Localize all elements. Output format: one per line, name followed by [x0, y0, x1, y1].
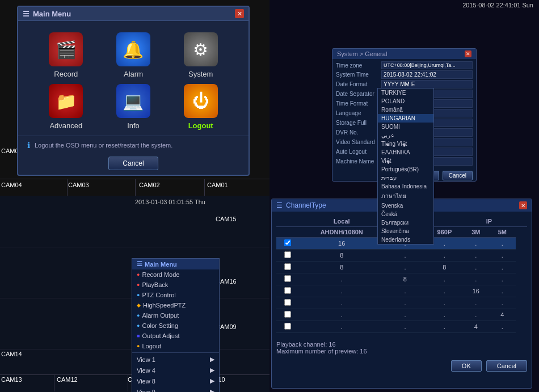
sys-key-timefmt: Time Format: [336, 100, 381, 107]
ch-cell: .: [489, 285, 516, 297]
ch-cell: 8: [300, 262, 384, 273]
ctx-record-mode[interactable]: ● Record Mode: [132, 269, 219, 280]
cam-label-04: CAM04: [1, 182, 22, 188]
ch-th-empty: [276, 216, 300, 227]
ch-th-empty4: [516, 216, 527, 227]
menu-item-record[interactable]: 🎬 Record: [35, 32, 97, 78]
lang-option-svenska[interactable]: Svenska: [378, 201, 433, 210]
lang-option-hungarian[interactable]: HUNGARIAN: [378, 114, 433, 123]
ch-row-checkbox[interactable]: [284, 299, 291, 306]
alarm-label: Alarm: [124, 70, 143, 78]
ch-cell: .: [384, 250, 427, 262]
ch-cell: .: [426, 297, 462, 309]
lang-option-romana[interactable]: Română: [378, 106, 433, 114]
record-mode-dot: ●: [137, 272, 140, 277]
ch-cell: .: [300, 321, 384, 333]
ch-cell: .: [463, 250, 490, 262]
sys-key-videostandard: Video Standard: [336, 139, 381, 145]
sys-val-dateformat[interactable]: YYYY MM E: [381, 80, 473, 88]
ch-row-checkbox[interactable]: [284, 275, 291, 282]
ctx-color-setting[interactable]: ● Color Setting: [132, 321, 219, 331]
ch-cell: .: [489, 273, 516, 285]
ch-cell: .: [489, 321, 516, 333]
ch-row-checkbox[interactable]: [284, 287, 291, 294]
ch-cell: .: [489, 297, 516, 309]
ctx-view8[interactable]: View 8 ▶: [132, 376, 219, 386]
ctx-playback[interactable]: ● PlayBack: [132, 280, 219, 290]
sys-val-timezone[interactable]: UTC+08:00[Beijing,Urumqi,Ta...: [381, 61, 473, 69]
menu-item-advanced[interactable]: 📁 Advanced: [35, 84, 97, 130]
ch-row-checkbox[interactable]: [284, 239, 291, 246]
lang-option-bulgarian[interactable]: Български: [378, 218, 433, 227]
lang-option-dutch[interactable]: Nederlands: [378, 235, 433, 244]
sys-cancel-button[interactable]: Cancel: [443, 171, 473, 180]
lang-option-bahasa[interactable]: Bahasa Indonesia: [378, 182, 433, 191]
info-label: Info: [127, 121, 140, 130]
ctx-view9[interactable]: View 9 ▶: [132, 386, 219, 392]
lang-option-ceska[interactable]: Česká: [378, 210, 433, 218]
channel-type-ok-button[interactable]: OK: [451, 360, 482, 372]
logout-label: Logout: [188, 121, 213, 130]
ch-th-ahdnh: AHDNH/1080N: [300, 227, 384, 238]
lang-option-greek[interactable]: ΕΛΛΗΝΙΚΑ: [378, 148, 433, 157]
ch-cell: .: [463, 297, 490, 309]
ctx-view4[interactable]: View 4 ▶: [132, 365, 219, 376]
ch-row-checkbox[interactable]: [284, 263, 291, 270]
cam-label-15: CAM15: [216, 216, 237, 222]
ch-row-checkbox[interactable]: [284, 311, 291, 318]
lang-option-slovenian[interactable]: Slovenčina: [378, 227, 433, 235]
ch-row-checkbox[interactable]: [284, 323, 291, 330]
lang-option-tieng[interactable]: Tiếng Việt: [378, 140, 433, 148]
menu-item-info[interactable]: 💻 Info: [103, 84, 165, 130]
ch-cell: 8: [300, 250, 384, 262]
lang-option-portuguese-br[interactable]: Português(BR): [378, 165, 433, 174]
ctx-alarm-output[interactable]: ● Alarm Output: [132, 310, 219, 321]
ch-table-row: ....4: [276, 309, 527, 321]
channel-type-close-button[interactable]: ✕: [519, 201, 527, 209]
lang-option-viet[interactable]: Việt: [378, 157, 433, 165]
cam-label-13: CAM13: [1, 376, 22, 383]
ctx-menu-title: ☰ Main Menu: [132, 259, 219, 269]
main-menu-close-button[interactable]: ✕: [235, 9, 244, 18]
ch-cell: 4: [463, 321, 490, 333]
ctx-output-adjust[interactable]: ■ Output Adjust: [132, 331, 219, 341]
alarm-icon: 🔔: [116, 32, 150, 66]
ch-cell: .: [463, 309, 490, 321]
record-icon: 🎬: [49, 32, 83, 66]
ctx-highspeed-ptz[interactable]: ◆ HighSpeedPTZ: [132, 300, 219, 310]
ch-row-checkbox[interactable]: [284, 251, 291, 258]
language-dropdown[interactable]: TURKIYE POLAND Română HUNGARIAN SUOMI عر…: [377, 88, 434, 245]
ctx-logout-label: Logout: [142, 343, 161, 349]
ctx-menu-title-text: Main Menu: [145, 261, 177, 268]
menu-item-system[interactable]: ⚙ System: [170, 32, 231, 78]
ch-table-row: .....: [276, 297, 527, 309]
ch-cell: .: [384, 309, 427, 321]
lang-option-turkiye[interactable]: TURKIYE: [378, 88, 433, 97]
lang-option-hebrew[interactable]: עברית: [378, 174, 433, 182]
ctx-logout[interactable]: ● Logout: [132, 341, 219, 351]
lang-option-thai[interactable]: ภาษาไทย: [378, 191, 433, 201]
sys-general-close-button[interactable]: ✕: [465, 50, 471, 57]
ch-th-3m: 3M: [463, 227, 490, 238]
sys-val-systemtime[interactable]: 2015-08-02 22:41:02: [381, 70, 473, 79]
main-menu-cancel-button[interactable]: Cancel: [108, 157, 158, 170]
ch-table-row: ...16.: [276, 285, 527, 297]
menu-item-logout[interactable]: ⏻ Logout: [170, 84, 231, 130]
menu-item-alarm[interactable]: 🔔 Alarm: [103, 32, 165, 78]
sys-general-title: System > General: [337, 50, 387, 57]
ctx-logout-dot: ●: [137, 343, 140, 349]
tl-vdiv2: [135, 179, 136, 196]
ch-table-row: 8.8..: [276, 262, 527, 273]
ctx-ptz-control[interactable]: ● PTZ Control: [132, 290, 219, 300]
channel-type-icon: ☰: [276, 201, 283, 209]
bl-vline1: [54, 374, 54, 391]
channel-type-cancel-button[interactable]: Cancel: [486, 360, 527, 372]
ctx-menu-icon: ☰: [137, 260, 142, 268]
lang-option-poland[interactable]: POLAND: [378, 97, 433, 106]
lang-option-suomi[interactable]: SUOMI: [378, 123, 433, 131]
highspeed-dot: ◆: [137, 302, 141, 308]
sys-row-systemtime: System Time 2015-08-02 22:41:02: [336, 70, 473, 79]
sys-key-dateformat: Date Format: [336, 81, 381, 87]
lang-option-arabic[interactable]: عربي: [378, 131, 433, 140]
ctx-view1[interactable]: View 1 ▶: [132, 354, 219, 365]
